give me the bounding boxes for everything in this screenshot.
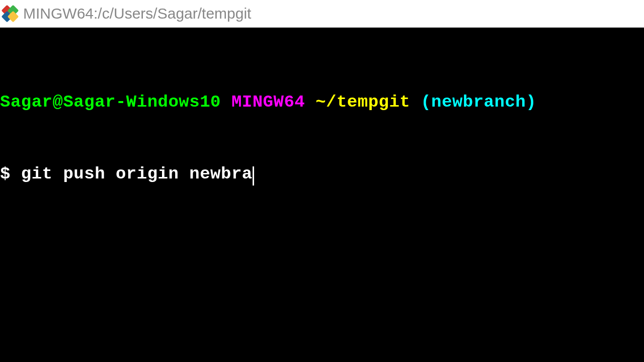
terminal-area[interactable]: Sagar@Sagar-Windows10 MINGW64 ~/tempgit … — [0, 28, 644, 362]
window-titlebar[interactable]: MINGW64:/c/Users/Sagar/tempgit — [0, 0, 644, 28]
prompt-env: MINGW64 — [231, 93, 305, 112]
prompt-dollar: $ — [0, 164, 11, 184]
prompt-branch: (newbranch) — [421, 93, 536, 112]
prompt-user-host: Sagar@Sagar-Windows10 — [0, 93, 221, 112]
prompt-line: Sagar@Sagar-Windows10 MINGW64 ~/tempgit … — [0, 90, 644, 115]
window-title: MINGW64:/c/Users/Sagar/tempgit — [23, 5, 251, 22]
text-cursor — [253, 166, 254, 186]
command-line: $ git push origin newbra — [0, 162, 644, 187]
command-text: git push origin newbra — [21, 164, 253, 184]
prompt-path: ~/tempgit — [315, 93, 410, 112]
app-icon — [2, 6, 18, 22]
